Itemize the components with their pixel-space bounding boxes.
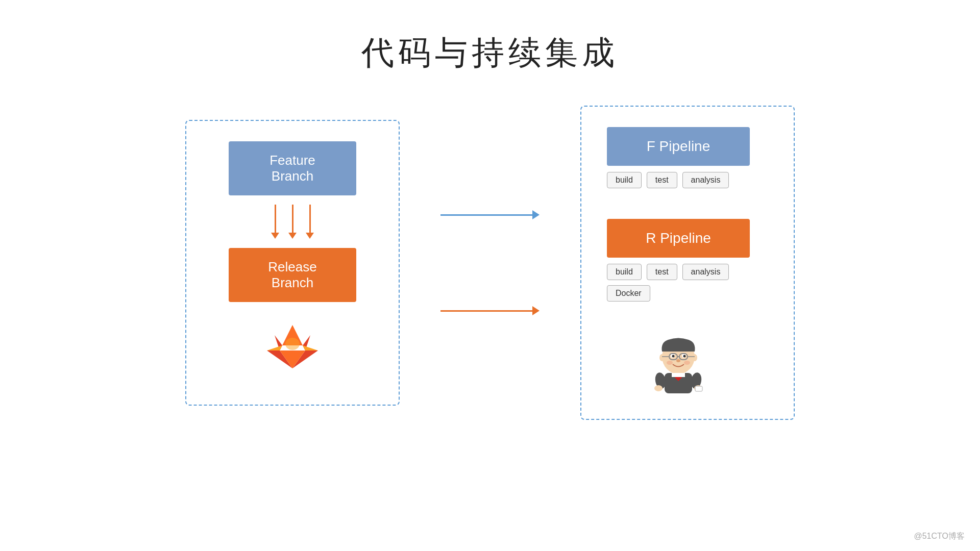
arrow-right-blue — [440, 210, 540, 219]
svg-point-25 — [659, 354, 665, 361]
svg-rect-19 — [672, 373, 685, 377]
left-box: Feature Branch Release Branch — [185, 120, 400, 406]
jenkins-icon — [650, 332, 706, 398]
f-pipeline-label: F Pipeline — [607, 127, 750, 166]
f-tag-build: build — [607, 172, 642, 188]
r-tag-docker: Docker — [607, 285, 650, 302]
r-tag-build: build — [607, 264, 642, 280]
r-tag-test: test — [647, 264, 677, 280]
right-box-inner: F Pipeline build test analysis R Pipelin… — [607, 127, 768, 398]
svg-marker-4 — [303, 345, 318, 350]
svg-point-22 — [654, 385, 663, 391]
svg-rect-24 — [695, 386, 702, 391]
svg-point-26 — [692, 354, 697, 361]
arrow-right-orange — [440, 306, 540, 315]
arrow-down-2 — [288, 205, 297, 239]
f-pipeline-section: F Pipeline build test analysis — [607, 127, 768, 188]
f-tag-analysis: analysis — [682, 172, 729, 188]
svg-point-14 — [676, 359, 680, 362]
r-pipeline-label: R Pipeline — [607, 219, 750, 258]
watermark: @51CTO博客 — [914, 531, 965, 542]
svg-point-8 — [285, 338, 300, 350]
arrow-down-3 — [306, 205, 314, 239]
feature-branch-label: Feature Branch — [229, 141, 356, 195]
page-title: 代码与持续集成 — [0, 0, 980, 75]
f-tag-test: test — [647, 172, 677, 188]
svg-marker-3 — [267, 345, 282, 350]
gitlab-icon — [262, 317, 323, 379]
diagram-area: Feature Branch Release Branch — [0, 106, 980, 420]
f-pipeline-tags: build test analysis — [607, 172, 729, 188]
arrow-down-1 — [271, 205, 279, 239]
r-pipeline-section: R Pipeline build test analysis Docker — [607, 219, 768, 302]
middle-arrows — [440, 210, 540, 315]
svg-point-12 — [672, 355, 675, 358]
svg-point-13 — [683, 355, 686, 358]
r-pipeline-tags: build test analysis Docker — [607, 264, 768, 302]
svg-point-16 — [684, 361, 690, 365]
right-box: F Pipeline build test analysis R Pipelin… — [580, 106, 795, 420]
release-branch-label: Release Branch — [229, 248, 356, 302]
arrows-down-group — [271, 205, 314, 239]
svg-point-15 — [667, 361, 673, 365]
r-tag-analysis: analysis — [682, 264, 729, 280]
